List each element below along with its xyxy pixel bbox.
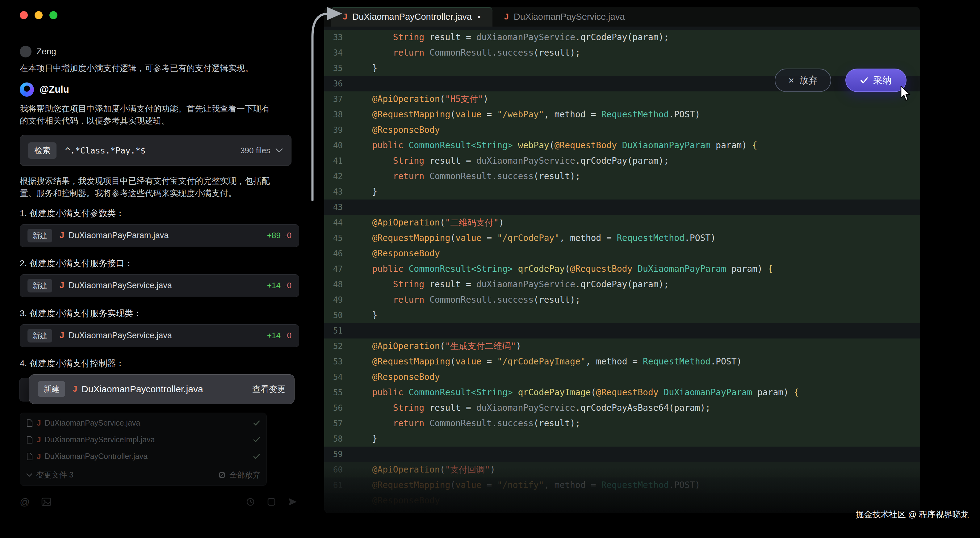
- code-line: 55 public CommonResult<String> qrCodePay…: [324, 385, 920, 400]
- line-number: 35: [324, 60, 352, 76]
- file-name: DuXiaomanPayService.java: [68, 281, 172, 290]
- line-number: 60: [324, 462, 352, 478]
- new-badge: 新建: [27, 229, 52, 242]
- lines-added: +14: [267, 331, 281, 341]
- assistant-intro: 我将帮助您在项目中添加度小满支付的功能。首先让我查看一下现有的支付相关代码，以便…: [20, 103, 271, 127]
- view-changes-button[interactable]: 查看变更: [252, 384, 286, 395]
- line-number: 53: [324, 354, 352, 369]
- code-line: 59: [324, 447, 920, 462]
- java-file-icon: J: [37, 436, 41, 444]
- line-number: 43: [324, 199, 352, 215]
- line-number: 42: [324, 169, 352, 184]
- accept-button-label: 采纳: [873, 74, 892, 87]
- lines-added: +14: [267, 281, 281, 290]
- changed-file-row[interactable]: JDuXiaomanPayServiceImpl.java: [26, 431, 260, 448]
- line-number: 36: [324, 76, 352, 91]
- zoom-window-button[interactable]: [49, 11, 57, 19]
- discard-button-label: 放弃: [799, 74, 818, 87]
- code-line: 44 @ApiOperation("二维码支付"): [324, 215, 920, 231]
- tab-label: DuXiaomanPayService.java: [514, 12, 625, 22]
- file-card[interactable]: 新建JDuXiaomanPayParam.java+89-0: [20, 224, 299, 247]
- lines-removed: -0: [284, 281, 291, 290]
- code-line: @ResponseBody: [324, 493, 920, 508]
- assistant-name: @Zulu: [40, 84, 69, 95]
- watermark: 掘金技术社区 @ 程序视界晓龙: [856, 509, 969, 520]
- discard-button[interactable]: × 放弃: [775, 68, 831, 92]
- java-file-icon: J: [343, 12, 347, 22]
- modified-dot-icon: ●: [477, 14, 481, 20]
- code-line: 39 @ResponseBody: [324, 122, 920, 138]
- document-icon: [26, 453, 33, 460]
- check-icon[interactable]: [253, 454, 260, 460]
- java-file-icon: J: [504, 12, 509, 22]
- code-area[interactable]: 33 String result = duXiaomanPayService.q…: [324, 27, 920, 513]
- window-controls: [20, 11, 57, 19]
- code-line: 47 public CommonResult<String> qrCodePay…: [324, 261, 920, 277]
- file-card-highlighted[interactable]: 新建JDuXiaomanPaycontroller.java查看变更: [29, 374, 294, 404]
- line-number: 41: [324, 153, 352, 169]
- minimize-window-button[interactable]: [35, 11, 43, 19]
- new-badge: 新建: [27, 329, 52, 342]
- steps-list: 1. 创建度小满支付参数类：新建JDuXiaomanPayParam.java+…: [20, 207, 309, 404]
- highlighted-card-wrap: 新建JDuXiaomanPaycontroller.java查看变更: [29, 374, 294, 404]
- chevron-down-icon[interactable]: [26, 473, 32, 477]
- check-icon[interactable]: [253, 437, 260, 443]
- changed-files-footer: 变更文件 3 全部放弃: [26, 466, 260, 484]
- line-number: 48: [324, 277, 352, 292]
- image-icon[interactable]: [41, 498, 51, 506]
- code-line: 43: [324, 199, 920, 215]
- search-button[interactable]: 检索: [28, 142, 57, 159]
- user-message-header: Zeng: [20, 46, 309, 57]
- user-avatar: [20, 46, 32, 57]
- code-line: 52 @ApiOperation("生成支付二维码"): [324, 339, 920, 354]
- code-line: 45 @RequestMapping(value = "/qrCodePay",…: [324, 231, 920, 246]
- lines-added: +89: [267, 231, 281, 240]
- line-number: 33: [324, 30, 352, 45]
- file-name: DuXiaomanPayController.java: [45, 452, 148, 461]
- tab-active[interactable]: JDuXiaomanPayController.java●: [331, 7, 492, 27]
- code-line: 43 }: [324, 184, 920, 199]
- line-number: 61: [324, 478, 352, 493]
- discard-all-icon: [218, 471, 226, 479]
- mouse-cursor: [899, 86, 913, 102]
- code-line: 60 @ApiOperation("支付回调"): [324, 462, 920, 478]
- command-icon[interactable]: [267, 497, 276, 506]
- send-icon[interactable]: [288, 497, 298, 506]
- search-tool-card[interactable]: 检索 ^.*Class.*Pay.*$ 390 files: [20, 135, 291, 166]
- mention-icon[interactable]: @: [20, 496, 30, 508]
- check-icon[interactable]: [253, 420, 260, 426]
- changed-file-row[interactable]: JDuXiaomanPayService.java: [26, 415, 260, 431]
- app-window: Zeng 在本项目中增加度小满支付逻辑，可参考已有的支付逻辑实现。 @Zulu …: [0, 0, 980, 538]
- code-line: 42 return CommonResult.success(result);: [324, 169, 920, 184]
- changed-files-summary[interactable]: 变更文件 3: [36, 470, 73, 480]
- tab-inactive[interactable]: JDuXiaomanPayService.java: [492, 7, 637, 27]
- file-card[interactable]: 新建JDuXiaomanPayService.java+14-0: [20, 274, 299, 297]
- chevron-down-icon[interactable]: [275, 148, 283, 153]
- line-number: 38: [324, 107, 352, 122]
- file-card[interactable]: 新建JDuXiaomanPayService.java+14-0: [20, 324, 299, 347]
- code-line: 37 @ApiOperation("H5支付"): [324, 91, 920, 107]
- check-icon: [860, 77, 868, 84]
- code-line: 58 }: [324, 431, 920, 447]
- changed-files-rows: JDuXiaomanPayService.javaJDuXiaomanPaySe…: [26, 415, 260, 465]
- changed-file-row[interactable]: JDuXiaomanPayController.java: [26, 448, 260, 465]
- line-number: 47: [324, 261, 352, 277]
- file-name: DuXiaomanPayService.java: [68, 331, 172, 341]
- file-name: DuXiaomanPayParam.java: [68, 231, 169, 240]
- close-window-button[interactable]: [20, 11, 28, 19]
- changed-files-panel: JDuXiaomanPayService.javaJDuXiaomanPaySe…: [20, 412, 267, 486]
- step-title: 3. 创建度小满支付服务实现类：: [20, 307, 309, 319]
- line-number: 58: [324, 431, 352, 447]
- code-line: 49 return CommonResult.success(result);: [324, 292, 920, 307]
- line-number: 59: [324, 447, 352, 462]
- tab-bar: JDuXiaomanPayController.java●JDuXiaomanP…: [324, 7, 920, 27]
- line-number: 45: [324, 231, 352, 246]
- discard-all-button[interactable]: 全部放弃: [229, 470, 260, 480]
- accept-button[interactable]: 采纳: [845, 68, 907, 92]
- code-line: 53 @RequestMapping(value = "/qrCodePayIm…: [324, 354, 920, 369]
- history-icon[interactable]: [246, 497, 255, 506]
- java-file-icon: J: [37, 419, 41, 427]
- code-line: 40 public CommonResult<String> webPay(@R…: [324, 138, 920, 153]
- line-number: 37: [324, 91, 352, 107]
- document-icon: [26, 419, 33, 427]
